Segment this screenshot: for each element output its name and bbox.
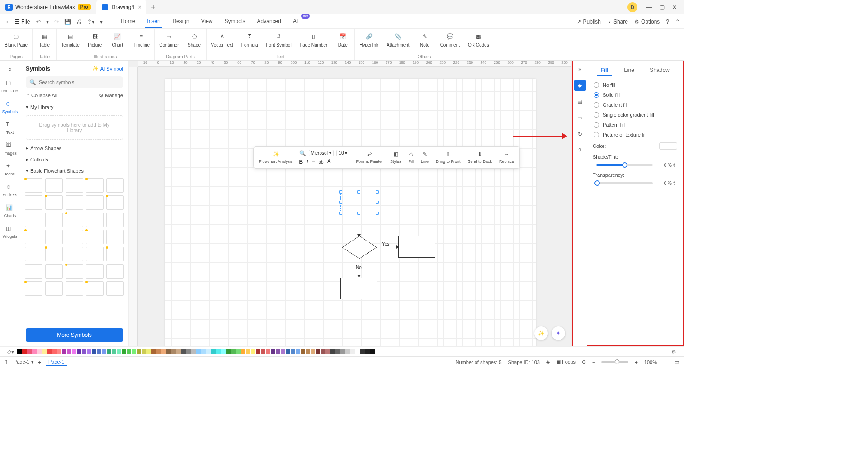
collapse-ribbon-button[interactable]: ⌃ [675,19,680,25]
canvas-action-1[interactable]: ✨ [534,326,548,340]
help-tab-icon[interactable]: ? [574,145,586,156]
zoom-out-button[interactable]: − [592,359,595,365]
page-select-dropdown[interactable]: Page-1 ▾ [14,359,34,365]
shape-item[interactable] [45,195,63,210]
color-swatch[interactable] [156,349,161,354]
color-swatch[interactable] [92,349,96,354]
text-case-button[interactable]: ab [319,160,324,165]
shape-item[interactable] [25,178,42,193]
color-swatch[interactable] [72,349,76,354]
nav-symbols[interactable]: ◇Symbols [0,98,20,117]
ribbon-attachment[interactable]: 📎Attachment [384,31,412,48]
ribbon-page-number[interactable]: ▯Page Number [297,31,330,48]
color-swatch[interactable] [326,349,330,354]
color-swatch[interactable] [22,349,27,354]
nav-images[interactable]: 🖼Images [0,139,20,158]
color-swatch[interactable] [281,349,285,354]
shape-item[interactable] [86,178,104,193]
zoom-slider[interactable] [601,361,628,363]
presentation-button[interactable]: ▭ [675,359,679,365]
format-painter-button[interactable]: 🖌Format Painter [353,149,386,165]
connector[interactable] [359,213,359,236]
selected-shape[interactable] [340,192,377,213]
shape-item[interactable] [25,247,42,261]
color-swatch[interactable] [27,349,32,354]
color-swatch[interactable] [102,349,106,354]
no-color-button[interactable]: ◇▾ [7,349,14,355]
nav-text[interactable]: TText [0,118,20,137]
tab-shadow[interactable]: Shadow [646,65,673,76]
page-tab-1[interactable]: Page-1 [46,358,67,366]
color-swatch[interactable] [146,349,151,354]
page-tab-icon[interactable]: ▤ [574,96,586,108]
color-swatch[interactable] [301,349,305,354]
export-button[interactable]: ⇪▾ [85,17,97,27]
undo-button[interactable]: ↶ [33,17,43,27]
maximize-button[interactable]: ▢ [656,2,667,13]
color-swatch[interactable] [122,349,126,354]
shape-item[interactable] [106,213,124,227]
color-swatch[interactable] [112,349,116,354]
shape-item[interactable] [25,264,42,279]
ai-symbol-button[interactable]: ✨ AI Symbol [92,66,123,71]
document-tab[interactable]: Drawing4 × [96,0,147,14]
manage-button[interactable]: ⚙ Manage [99,93,123,99]
color-swatch[interactable] [321,349,325,354]
process-shape-bottom[interactable] [340,278,377,299]
transparency-stepper[interactable]: ▲▼ [673,180,677,186]
color-swatch[interactable] [256,349,260,354]
color-swatch[interactable] [231,349,236,354]
menu-design[interactable]: Design [170,15,191,28]
shape-item[interactable] [45,178,63,193]
shape-item[interactable] [45,281,63,296]
shape-item[interactable] [66,195,83,210]
color-swatch[interactable] [137,349,141,354]
menu-ai[interactable]: AIhot [291,15,300,28]
color-swatch[interactable] [211,349,216,354]
ribbon-shape[interactable]: ⬠Shape [184,31,204,48]
save-button[interactable]: 💾 [61,17,74,27]
expand-right-button[interactable]: » [573,63,587,75]
menu-symbols[interactable]: Symbols [223,15,247,28]
shape-item[interactable] [66,178,83,193]
color-swatch[interactable] [316,349,320,354]
nav-icons[interactable]: ✦Icons [0,160,20,179]
color-swatch[interactable] [261,349,265,354]
shape-item[interactable] [106,247,124,261]
app-home-tab[interactable]: E Wondershare EdrawMax Pro [0,0,96,14]
bold-button[interactable]: B [299,159,303,165]
font-size-select[interactable]: 10 ▾ [336,150,349,156]
color-swatch[interactable] [246,349,250,354]
tab-line[interactable]: Line [620,65,638,76]
color-swatch[interactable] [266,349,270,354]
process-shape-right[interactable] [398,236,435,258]
replace-button[interactable]: ↔Replace [496,149,517,165]
decision-shape[interactable] [342,236,377,259]
nav-charts[interactable]: 📊Charts [0,202,20,221]
section-arrow-shapes[interactable]: ▸ Arrow Shapes [20,142,128,154]
color-swatch[interactable] [236,349,241,354]
shape-item[interactable] [106,178,124,193]
settings-gear-icon[interactable]: ⚙ [671,349,676,355]
fill-option-picture[interactable]: Picture or texture fill [593,130,677,140]
more-symbols-button[interactable]: More Symbols [26,328,123,342]
color-swatch[interactable] [97,349,101,354]
focus-mode-button[interactable]: ▣ Focus [556,359,576,365]
color-swatch[interactable] [32,349,37,354]
color-swatch[interactable] [340,349,345,354]
ribbon-chart[interactable]: 📈Chart [108,31,127,48]
color-swatch[interactable] [271,349,275,354]
shape-item[interactable] [66,281,83,296]
nav-widgets[interactable]: ◫Widgets [0,222,20,241]
ribbon-container[interactable]: ▭Container [156,31,181,48]
shade-slider[interactable] [596,164,653,166]
shape-item[interactable] [66,213,83,227]
close-tab-icon[interactable]: × [138,4,141,10]
library-drop-zone[interactable]: Drag symbols here to add to My Library [26,115,123,140]
color-swatch[interactable] [345,349,350,354]
nav-templates[interactable]: ▢Templates [0,77,20,96]
color-swatch[interactable] [171,349,176,354]
section-my-library[interactable]: ▾ My Library [20,101,128,113]
color-swatch[interactable] [151,349,156,354]
ribbon-vector-text[interactable]: AVector Text [208,31,236,48]
